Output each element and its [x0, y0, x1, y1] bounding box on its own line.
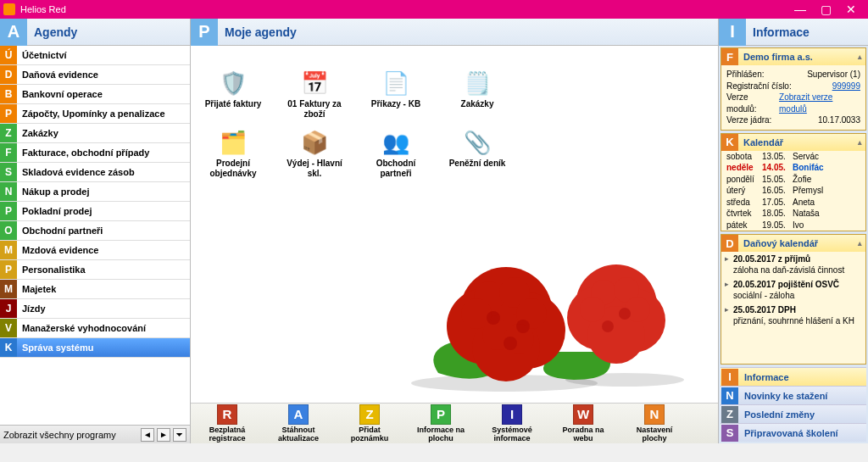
toolbar-item[interactable]: WPoradna na webu: [555, 404, 611, 443]
app-icon-label: 01 Faktury za zboží: [284, 99, 345, 119]
right-nav-button[interactable]: NNovinky ke stažení: [721, 386, 866, 404]
tax-item: 25.05.2017 DPHpřiznání, souhrnné hlášení…: [725, 304, 862, 326]
tax-box-letter: D: [721, 235, 738, 252]
right-body: F Demo firma a.s.▴ Přihlášen:Supervisor …: [719, 46, 868, 443]
right-nav-button[interactable]: SPřipravovaná školení: [721, 423, 866, 442]
agenda-item[interactable]: MMzdová evidence: [0, 241, 190, 260]
firm-info-key: Registrační číslo:: [726, 81, 792, 92]
firm-info-value: 10.17.0033: [818, 114, 860, 126]
cal-name: Nataša: [793, 208, 860, 220]
calendar-row: čtvrtek18.05.Nataša: [721, 208, 865, 220]
left-panel-letter: A: [0, 19, 27, 46]
agenda-label: Pokladní prodej: [17, 206, 92, 216]
app-icon-vydej-hlavni-skl[interactable]: 📦Výdej - Hlavní skl.: [284, 129, 345, 178]
agenda-label: Skladová evidence zásob: [17, 167, 135, 177]
minimize-button[interactable]: —: [793, 3, 807, 16]
firm-box-title: Demo firma a.s.: [743, 52, 813, 62]
agenda-item[interactable]: PZápočty, Upomínky a penalizace: [0, 104, 190, 124]
app-icon-zakazky[interactable]: 🗒️Zakázky: [447, 70, 508, 119]
firm-info-value[interactable]: 999999: [832, 81, 860, 92]
agenda-label: Zápočty, Upomínky a penalizace: [17, 109, 165, 119]
firm-rows: Přihlášen:Supervisor (1)Registrační čísl…: [721, 65, 865, 130]
agenda-item[interactable]: JJízdy: [0, 299, 190, 319]
app-icon-prodejni-objednavky[interactable]: 🗂️Prodejní objednávky: [203, 129, 264, 178]
firm-box: F Demo firma a.s.▴ Přihlášen:Supervisor …: [721, 47, 866, 131]
toolbar-item[interactable]: NNastavení plochy: [626, 404, 682, 443]
agenda-item[interactable]: VManažerské vyhodnocování: [0, 319, 190, 338]
center-panel: P Moje agendy 🛡️Přijaté faktury📅01 Faktu…: [191, 19, 719, 443]
app-icon-label: Peněžní deník: [449, 159, 506, 169]
agenda-item[interactable]: KSpráva systému: [0, 338, 190, 358]
toolbar-item[interactable]: AStáhnout aktualizace: [270, 404, 326, 443]
agenda-letter: P: [0, 104, 17, 123]
toolbar-label: Systémové informace: [484, 426, 540, 443]
cal-date: 14.05.: [762, 162, 793, 174]
center-body: 🛡️Přijaté faktury📅01 Faktury za zboží📄Př…: [191, 46, 718, 403]
cal-day: neděle: [726, 162, 762, 174]
faktury-za-zbozi-icon: 📅: [301, 70, 328, 97]
toolbar-letter: N: [644, 404, 665, 425]
toolbar-item[interactable]: PInformace na plochu: [413, 404, 469, 443]
status-arrow-down-icon[interactable]: ⏷: [173, 428, 186, 442]
status-arrow-left-icon[interactable]: ◄: [141, 428, 154, 442]
toolbar-item[interactable]: ZPřidat poznámku: [342, 404, 398, 443]
nav-label: Poslední změny: [739, 409, 815, 420]
app-icon-penezni-denik[interactable]: 📎Peněžní deník: [447, 129, 508, 178]
tax-head: 20.05.2017 z příjmů: [733, 253, 862, 264]
left-statusbar: Zobrazit všechny programy ◄ ► ⏷: [0, 425, 190, 443]
prikazy-kb-icon: 📄: [382, 70, 409, 97]
app-icon-obchodni-partneri[interactable]: 👥Obchodní partneři: [365, 129, 426, 178]
agenda-menu[interactable]: ÚÚčetnictvíDDaňová evidenceBBankovní ope…: [0, 46, 190, 425]
agenda-item[interactable]: PPokladní prodej: [0, 202, 190, 221]
agenda-item[interactable]: SSkladová evidence zásob: [0, 163, 190, 182]
agenda-item[interactable]: DDaňová evidence: [0, 65, 190, 85]
agenda-item[interactable]: BBankovní operace: [0, 85, 190, 104]
right-panel-letter: I: [719, 19, 746, 46]
obchodni-partneri-icon: 👥: [382, 129, 409, 156]
calendar-row: pondělí15.05.Žofie: [721, 174, 865, 186]
vydej-hlavni-skl-icon: 📦: [301, 129, 328, 156]
calendar-rows: sobota13.05.Servácneděle14.05.Bonifácpon…: [721, 151, 865, 231]
agenda-label: Jízdy: [17, 303, 46, 314]
agenda-label: Mzdová evidence: [17, 245, 98, 255]
collapse-icon[interactable]: ▴: [858, 239, 862, 248]
collapse-icon[interactable]: ▴: [858, 53, 862, 61]
firm-info-value[interactable]: Zobrazit verze modulů: [779, 92, 860, 114]
nav-letter: I: [721, 369, 738, 386]
toolbar-letter: Z: [359, 404, 380, 425]
firm-info-row: Přihlášen:Supervisor (1): [726, 69, 860, 81]
agenda-label: Personalistika: [17, 264, 86, 275]
toolbar-item[interactable]: RBezplatná registrace: [199, 404, 255, 443]
agenda-item[interactable]: OObchodní partneři: [0, 221, 190, 241]
app-icon-prikazy-kb[interactable]: 📄Příkazy - KB: [365, 70, 426, 119]
close-button[interactable]: ✕: [844, 3, 858, 16]
agenda-item[interactable]: FFakturace, obchodní případy: [0, 143, 190, 163]
collapse-icon[interactable]: ▴: [858, 138, 862, 147]
nav-letter: Z: [721, 406, 738, 423]
center-panel-header: P Moje agendy: [191, 19, 718, 46]
status-arrow-right-icon[interactable]: ►: [157, 428, 170, 442]
agenda-letter: S: [0, 163, 17, 181]
agenda-item[interactable]: MMajetek: [0, 280, 190, 299]
agenda-letter: Ú: [0, 46, 17, 64]
status-text[interactable]: Zobrazit všechny programy: [3, 430, 116, 440]
agenda-label: Nákup a prodej: [17, 186, 89, 197]
firm-info-row: Registrační číslo:999999: [726, 81, 860, 92]
right-nav-button[interactable]: IInformace: [721, 367, 866, 386]
right-nav-button[interactable]: ZPoslední změny: [721, 404, 866, 423]
toolbar-item[interactable]: ISystémové informace: [484, 404, 540, 443]
agenda-item[interactable]: ÚÚčetnictví: [0, 46, 190, 65]
app-icon-faktury-za-zbozi[interactable]: 📅01 Faktury za zboží: [284, 70, 345, 119]
toolbar-label: Stáhnout aktualizace: [270, 426, 326, 443]
agenda-item[interactable]: ZZakázky: [0, 124, 190, 143]
app-icon-prijate-faktury[interactable]: 🛡️Přijaté faktury: [203, 70, 264, 119]
maximize-button[interactable]: ▢: [819, 3, 832, 16]
agenda-item[interactable]: NNákup a prodej: [0, 182, 190, 202]
tax-items: 20.05.2017 z příjmůzáloha na daň-závislá…: [721, 252, 865, 335]
agenda-item[interactable]: PPersonalistika: [0, 260, 190, 280]
calendar-row: úterý16.05.Přemysl: [721, 185, 865, 197]
agenda-letter: P: [0, 202, 17, 220]
tax-item: 20.05.2017 z příjmůzáloha na daň-závislá…: [725, 253, 862, 276]
tax-item: 20.05.2017 pojištění OSVČsociální - zálo…: [725, 279, 862, 301]
app-icon-label: Příkazy - KB: [371, 99, 420, 109]
